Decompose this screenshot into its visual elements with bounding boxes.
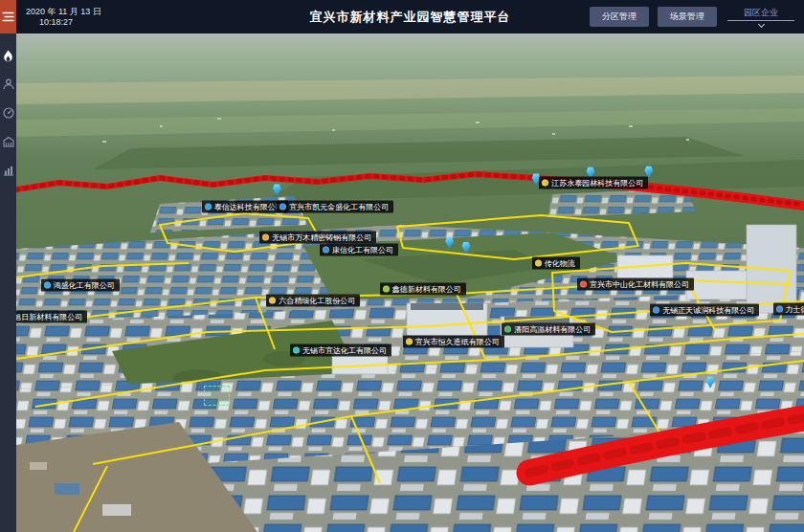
company-label[interactable]: 宜兴市恒久造纸有限公司: [403, 335, 504, 347]
sidebar-item-menu[interactable]: [0, 0, 16, 33]
company-label-text: 康信化工有限公司: [332, 244, 393, 256]
sidebar-item-personnel[interactable]: [0, 70, 16, 99]
sidebar: [0, 0, 16, 532]
company-label[interactable]: 鑫德新材料有限公司: [380, 282, 466, 295]
company-label-text: 宜兴市恒久造纸有限公司: [415, 335, 500, 347]
sidebar-item-statistics[interactable]: [0, 156, 16, 185]
factory-icon: [3, 136, 14, 147]
company-marker-icon: [580, 281, 587, 288]
company-label-text: 江苏永泰园林科技有限公司: [551, 177, 643, 189]
page-title: 宜兴市新材料产业园智慧管理平台: [310, 9, 511, 26]
company-label-text: 宜兴市中山化工材料有限公司: [590, 278, 689, 291]
company-marker-icon: [44, 282, 51, 289]
scene-manage-button[interactable]: 场景管理: [658, 7, 717, 27]
company-label-text: 鸿盛化工有限公司: [54, 279, 115, 292]
company-label-text: 无锡正天诚润科技有限公司: [662, 304, 754, 317]
map-pin-icon[interactable]: [272, 184, 282, 196]
company-label[interactable]: 六合精细化工股份公司: [266, 295, 360, 307]
map-pin-icon[interactable]: [460, 241, 471, 254]
menu-icon: [2, 11, 14, 22]
bar-chart-icon: [3, 165, 14, 176]
company-label[interactable]: 无锡市万木精密铸钢有限公司: [259, 232, 376, 244]
company-marker-icon: [542, 180, 548, 187]
company-marker-icon: [293, 346, 300, 353]
datetime-block: 2020 年 11 月 13 日 10:18:27: [26, 7, 101, 28]
company-marker-icon: [776, 306, 783, 313]
sidebar-item-monitor[interactable]: [0, 99, 16, 127]
map-pin-icon[interactable]: [705, 376, 716, 388]
company-label-text: 无锡市万木精密铸钢有限公司: [272, 232, 371, 244]
company-label[interactable]: 江苏永泰园林科技有限公司: [539, 177, 648, 189]
company-label[interactable]: 康信化工有限公司: [320, 244, 398, 256]
company-marker-icon: [279, 203, 286, 210]
company-label-text: 力士德精密铸造有限公司: [786, 303, 804, 316]
date-text: 2020 年 11 月 13 日: [26, 7, 101, 17]
header-bar: 2020 年 11 月 13 日 10:18:27 宜兴市新材料产业园智慧管理平…: [16, 0, 804, 33]
company-label-text: 无锡市宜达化工有限公司: [302, 344, 387, 356]
selection-box: [204, 386, 230, 406]
fire-icon: [3, 50, 13, 62]
company-label-text: 宜兴市凯元金盛化工有限公司: [289, 200, 389, 212]
company-label[interactable]: 鸿盛化工有限公司: [41, 279, 120, 292]
company-label[interactable]: 宜兴市旭日新材料有限公司: [16, 310, 87, 322]
map-viewport[interactable]: 泰信达科技有限公司宜兴市凯元金盛化工有限公司无锡市万木精密铸钢有限公司康信化工有…: [16, 33, 804, 532]
sidebar-item-enterprise[interactable]: [0, 127, 16, 156]
company-marker-icon: [269, 298, 276, 304]
company-marker-icon: [406, 338, 413, 344]
company-label-text: 传化物流: [545, 257, 575, 270]
company-label-text: 潘阳高温材料有限公司: [514, 322, 591, 335]
company-marker-icon: [653, 307, 659, 314]
time-text: 10:18:27: [39, 17, 101, 28]
company-label[interactable]: 潘阳高温材料有限公司: [502, 322, 595, 335]
company-label[interactable]: 无锡市宜达化工有限公司: [290, 344, 391, 356]
company-label-text: 六合精细化工股份公司: [279, 295, 355, 307]
park-enterprise-dropdown[interactable]: 园区企业: [726, 7, 796, 27]
company-marker-icon: [323, 247, 329, 254]
gauge-icon: [3, 107, 14, 119]
map-overlay: 泰信达科技有限公司宜兴市凯元金盛化工有限公司无锡市万木精密铸钢有限公司康信化工有…: [16, 33, 804, 532]
company-label[interactable]: 宜兴市中山化工材料有限公司: [577, 278, 694, 291]
chevron-down-icon: [757, 21, 764, 28]
company-label[interactable]: 无锡正天诚润科技有限公司: [650, 304, 759, 317]
main-area: 2020 年 11 月 13 日 10:18:27 宜兴市新材料产业园智慧管理平…: [16, 0, 804, 532]
map-pin-icon[interactable]: [444, 236, 455, 249]
company-marker-icon: [535, 260, 542, 267]
company-marker-icon: [504, 325, 511, 332]
company-label-text: 鑫德新材料有限公司: [392, 282, 461, 295]
app-window: 2020 年 11 月 13 日 10:18:27 宜兴市新材料产业园智慧管理平…: [0, 0, 804, 532]
zone-manage-button[interactable]: 分区管理: [590, 7, 649, 27]
company-label[interactable]: 宜兴市凯元金盛化工有限公司: [277, 200, 393, 212]
company-marker-icon: [262, 234, 269, 241]
header-actions: 分区管理 场景管理 园区企业: [590, 7, 804, 27]
company-label-text: 泰信达科技有限公司: [214, 200, 283, 212]
park-enterprise-label: 园区企业: [744, 7, 778, 18]
company-label[interactable]: 力士德精密铸造有限公司: [773, 303, 804, 316]
company-label-text: 宜兴市旭日新材料有限公司: [16, 310, 82, 322]
company-marker-icon: [383, 285, 390, 292]
company-label[interactable]: 传化物流: [532, 257, 580, 270]
sidebar-item-alarm[interactable]: [0, 41, 16, 70]
user-icon: [3, 78, 14, 90]
company-marker-icon: [205, 203, 212, 210]
company-label[interactable]: 泰信达科技有限公司: [202, 200, 288, 212]
